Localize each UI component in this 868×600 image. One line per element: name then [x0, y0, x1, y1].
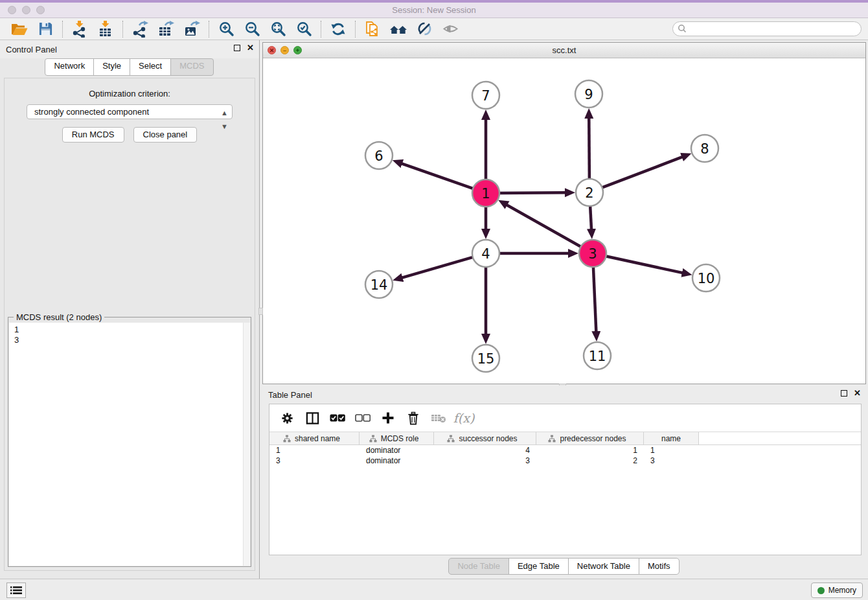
save-session-button[interactable]: [32, 19, 58, 39]
column-header-predecessor-nodes[interactable]: predecessor nodes: [536, 432, 644, 444]
close-panel-icon[interactable]: ✕: [247, 44, 254, 52]
home-button[interactable]: [385, 19, 411, 39]
export-table-button[interactable]: [153, 19, 179, 39]
zoom-fit-button[interactable]: [265, 19, 291, 39]
graph-edge-2-3[interactable]: [590, 205, 591, 229]
tab-node-table[interactable]: Node Table: [448, 558, 509, 575]
table-row[interactable]: 3 dominator 3 2 3: [269, 456, 861, 466]
cell-predecessor-nodes[interactable]: 2: [536, 456, 644, 466]
search-input[interactable]: [672, 21, 862, 36]
cell-successor-nodes[interactable]: 4: [434, 445, 536, 456]
zoom-in-button[interactable]: [213, 19, 239, 39]
column-header-name[interactable]: name: [644, 432, 699, 444]
criterion-select[interactable]: strongly connected component ▲▼: [27, 104, 233, 119]
tab-edge-table[interactable]: Edge Table: [508, 558, 569, 575]
network-window-titlebar[interactable]: ✕ – + scc.txt: [263, 43, 865, 58]
cell-successor-nodes[interactable]: 3: [434, 456, 536, 466]
cell-mcds-role[interactable]: dominator: [360, 456, 434, 466]
column-header-mcds-role[interactable]: MCDS role: [360, 432, 434, 444]
clone-network-icon: [364, 21, 381, 38]
delete-column-button[interactable]: [405, 410, 422, 426]
function-builder-button[interactable]: f(x): [455, 410, 472, 426]
graph-edge-3-10[interactable]: [605, 256, 683, 273]
network-graph[interactable]: 7968124314101511: [263, 58, 865, 384]
graph-edge-1-2[interactable]: [498, 192, 565, 193]
memory-label: Memory: [828, 586, 856, 595]
export-network-icon: [131, 21, 148, 38]
cell-name[interactable]: 1: [644, 445, 699, 456]
show-panels-button[interactable]: [6, 583, 26, 598]
graph-node-label-7: 7: [481, 88, 490, 104]
float-table-panel-icon[interactable]: [841, 390, 847, 397]
tab-motifs[interactable]: Motifs: [639, 558, 680, 575]
columns-icon: [306, 411, 319, 425]
zoom-out-button[interactable]: [239, 19, 265, 39]
clone-network-button[interactable]: [360, 19, 385, 39]
close-panel-button[interactable]: Close panel: [133, 127, 198, 143]
splitter-grip-vertical[interactable]: [258, 308, 263, 315]
graph-edge-2-9[interactable]: [589, 118, 589, 180]
export-image-button[interactable]: [179, 19, 205, 39]
mcds-result-textarea[interactable]: 1 3: [9, 323, 250, 566]
cell-predecessor-nodes[interactable]: 1: [536, 445, 644, 456]
tab-network-table[interactable]: Network Table: [568, 558, 639, 575]
cell-name[interactable]: 3: [644, 456, 699, 466]
graph-node-label-15: 15: [477, 351, 495, 367]
zoom-selected-button[interactable]: [291, 19, 317, 39]
list-icon: [10, 586, 22, 595]
delete-table-button[interactable]: [430, 410, 447, 426]
graph-node-label-8: 8: [700, 141, 709, 157]
column-header-successor-nodes[interactable]: successor nodes: [434, 432, 536, 444]
show-hide-button[interactable]: [437, 19, 463, 39]
deselect-all-button[interactable]: [354, 410, 371, 426]
control-panel: Control Panel ✕ Network Style Select MCD…: [0, 40, 260, 579]
select-all-button[interactable]: [329, 410, 346, 426]
graph-edge-3-11[interactable]: [593, 266, 597, 332]
trash-icon: [407, 411, 420, 425]
node-table: shared name MCDS role successor nodes: [269, 432, 861, 466]
float-panel-icon[interactable]: [234, 45, 240, 51]
import-network-button[interactable]: [67, 19, 93, 39]
graphics-details-button[interactable]: [411, 19, 437, 39]
tree-icon: [548, 435, 556, 443]
cell-shared-name[interactable]: 1: [269, 445, 360, 456]
graph-node-label-10: 10: [698, 271, 715, 286]
tab-network[interactable]: Network: [45, 58, 94, 76]
graph-node-label-4: 4: [481, 246, 490, 262]
graph-edge-4-14[interactable]: [402, 257, 474, 277]
tab-style[interactable]: Style: [93, 58, 130, 76]
refresh-button[interactable]: [325, 19, 351, 39]
tab-mcds[interactable]: MCDS: [170, 58, 213, 76]
result-scrollbar[interactable]: [243, 323, 250, 566]
optimization-criterion-label: Optimization criterion:: [5, 89, 255, 98]
cell-mcds-role[interactable]: dominator: [360, 445, 434, 456]
add-column-button[interactable]: [380, 410, 396, 426]
memory-button[interactable]: Memory: [811, 583, 863, 598]
show-columns-button[interactable]: [304, 410, 321, 426]
home-icon: [389, 21, 407, 37]
table-settings-button[interactable]: [279, 410, 295, 426]
mcds-result-title: MCDS result (2 nodes): [14, 312, 104, 322]
eye-icon: [442, 21, 459, 37]
search-icon: [678, 24, 687, 33]
network-canvas[interactable]: 7968124314101511: [263, 58, 865, 384]
export-network-button[interactable]: [127, 19, 153, 39]
run-mcds-button[interactable]: Run MCDS: [62, 127, 124, 143]
cell-shared-name[interactable]: 3: [269, 456, 360, 466]
tab-select[interactable]: Select: [130, 58, 171, 76]
table-row[interactable]: 1 dominator 4 1 1: [269, 445, 861, 456]
close-table-panel-icon[interactable]: ✕: [854, 389, 861, 397]
graph-node-label-3: 3: [588, 246, 597, 262]
graph-edge-2-8[interactable]: [601, 157, 683, 188]
graph-edge-1-6[interactable]: [402, 163, 474, 189]
application-window: Session: New Session: [0, 0, 868, 600]
export-image-icon: [183, 21, 200, 38]
import-table-button[interactable]: [93, 19, 119, 39]
open-session-button[interactable]: [6, 19, 32, 39]
graph-edge-3-1[interactable]: [507, 205, 582, 248]
mcds-result-group: MCDS result (2 nodes) 1 3: [8, 317, 251, 567]
graph-node-label-1: 1: [481, 186, 490, 202]
control-panel-title: Control Panel: [6, 45, 57, 54]
search-field-wrap: [672, 21, 862, 36]
column-header-shared-name[interactable]: shared name: [269, 432, 360, 444]
